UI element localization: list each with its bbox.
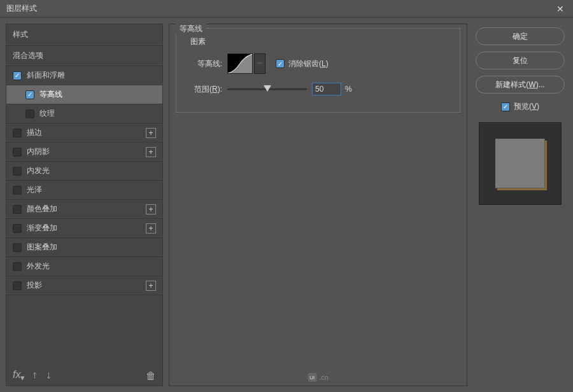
style-label: 颜色叠加 — [27, 204, 146, 214]
style-checkbox[interactable] — [13, 281, 22, 290]
style-label: 内阴影 — [27, 146, 146, 157]
style-checkbox[interactable] — [13, 262, 22, 271]
range-input[interactable] — [312, 83, 341, 95]
range-unit: % — [345, 85, 352, 94]
style-row-5[interactable]: 内发光 — [6, 162, 162, 181]
style-checkbox[interactable] — [13, 167, 22, 176]
style-row-8[interactable]: 渐变叠加+ — [6, 219, 162, 238]
preview-label: 预览(V) — [514, 101, 539, 112]
style-label: 图案叠加 — [27, 242, 156, 253]
style-checkbox[interactable] — [13, 224, 22, 233]
style-checkbox[interactable] — [25, 90, 34, 99]
style-label: 光泽 — [27, 185, 156, 195]
style-row-6[interactable]: 光泽 — [6, 181, 162, 200]
style-label: 纹理 — [39, 108, 156, 119]
range-label: 范围(R): — [185, 84, 222, 95]
style-row-11[interactable]: 投影+ — [6, 276, 162, 295]
style-label: 内发光 — [27, 165, 156, 176]
style-row-4[interactable]: 内阴影+ — [6, 143, 162, 162]
style-label: 斜面和浮雕 — [27, 70, 156, 81]
contour-label: 等高线: — [185, 59, 222, 69]
style-checkbox[interactable] — [13, 71, 22, 80]
contour-row: 等高线: ﹀ 消除锯齿(L) — [185, 53, 451, 74]
add-effect-icon[interactable]: + — [146, 128, 156, 138]
chevron-down-icon: ﹀ — [257, 60, 263, 68]
style-checkbox[interactable] — [13, 243, 22, 252]
group-title: 图素 — [185, 34, 451, 53]
contour-curve-icon — [228, 54, 252, 73]
titlebar: 图层样式 ✕ — [0, 0, 573, 18]
preview-swatch — [495, 139, 545, 188]
style-row-7[interactable]: 颜色叠加+ — [6, 200, 162, 219]
reset-button[interactable]: 复位 — [476, 52, 565, 69]
sidebar-header-styles[interactable]: 样式 — [6, 24, 162, 46]
style-label: 渐变叠加 — [27, 223, 146, 234]
preview-checkbox[interactable] — [501, 102, 510, 111]
styles-list: 样式 混合选项 斜面和浮雕等高线纹理描边+内阴影+内发光光泽颜色叠加+渐变叠加+… — [6, 24, 162, 367]
watermark-icon: UI — [308, 373, 316, 382]
add-effect-icon[interactable]: + — [146, 223, 156, 234]
style-checkbox[interactable] — [13, 129, 22, 137]
move-up-icon[interactable]: 🡑 — [31, 372, 39, 381]
sidebar-header-blend[interactable]: 混合选项 — [6, 46, 162, 66]
fx-menu-icon[interactable]: fx▾ — [13, 369, 25, 382]
style-label: 等高线 — [39, 89, 156, 100]
style-checkbox[interactable] — [13, 205, 22, 214]
close-icon: ✕ — [556, 4, 564, 14]
ok-button[interactable]: 确定 — [476, 27, 565, 45]
style-row-2[interactable]: 纹理 — [6, 104, 162, 123]
add-effect-icon[interactable]: + — [146, 281, 156, 291]
new-style-button[interactable]: 新建样式(W)... — [476, 76, 565, 94]
close-button[interactable]: ✕ — [548, 0, 573, 18]
styles-sidebar: 样式 混合选项 斜面和浮雕等高线纹理描边+内阴影+内发光光泽颜色叠加+渐变叠加+… — [6, 24, 163, 386]
style-label: 投影 — [27, 280, 146, 291]
style-row-10[interactable]: 外发光 — [6, 257, 162, 276]
style-checkbox[interactable] — [13, 148, 22, 157]
antialias-label: 消除锯齿(L) — [288, 59, 329, 69]
contour-dropdown[interactable]: ﹀ — [254, 53, 265, 74]
watermark-text: .cn — [319, 374, 329, 381]
antialias-checkbox[interactable] — [276, 59, 285, 68]
range-slider[interactable] — [227, 84, 307, 94]
sidebar-footer: fx▾ 🡑 🡓 🗑 — [6, 367, 162, 386]
style-row-9[interactable]: 图案叠加 — [6, 238, 162, 257]
style-checkbox[interactable] — [25, 109, 34, 118]
contour-thumbnail[interactable] — [227, 53, 253, 74]
section-title: 等高线 — [176, 24, 206, 34]
add-effect-icon[interactable]: + — [146, 147, 156, 157]
range-row: 范围(R): % — [185, 83, 451, 95]
style-label: 描边 — [27, 127, 146, 138]
settings-panel: 等高线 图素 等高线: ﹀ 消除锯齿(L) — [169, 24, 467, 386]
style-row-0[interactable]: 斜面和浮雕 — [6, 66, 162, 85]
preview-box — [479, 122, 562, 205]
add-effect-icon[interactable]: + — [146, 204, 156, 214]
contour-group: 等高线 图素 等高线: ﹀ 消除锯齿(L) — [176, 28, 460, 113]
style-row-3[interactable]: 描边+ — [6, 123, 162, 143]
style-row-1[interactable]: 等高线 — [6, 85, 162, 104]
slider-thumb[interactable] — [264, 85, 271, 92]
action-panel: 确定 复位 新建样式(W)... 预览(V) — [473, 24, 567, 386]
window-title: 图层样式 — [6, 3, 37, 14]
style-checkbox[interactable] — [13, 186, 22, 195]
move-down-icon[interactable]: 🡓 — [45, 372, 53, 381]
watermark: UI .cn — [308, 373, 329, 382]
preview-toggle[interactable]: 预览(V) — [501, 101, 539, 112]
trash-icon[interactable]: 🗑 — [146, 370, 156, 382]
style-label: 外发光 — [27, 261, 156, 272]
